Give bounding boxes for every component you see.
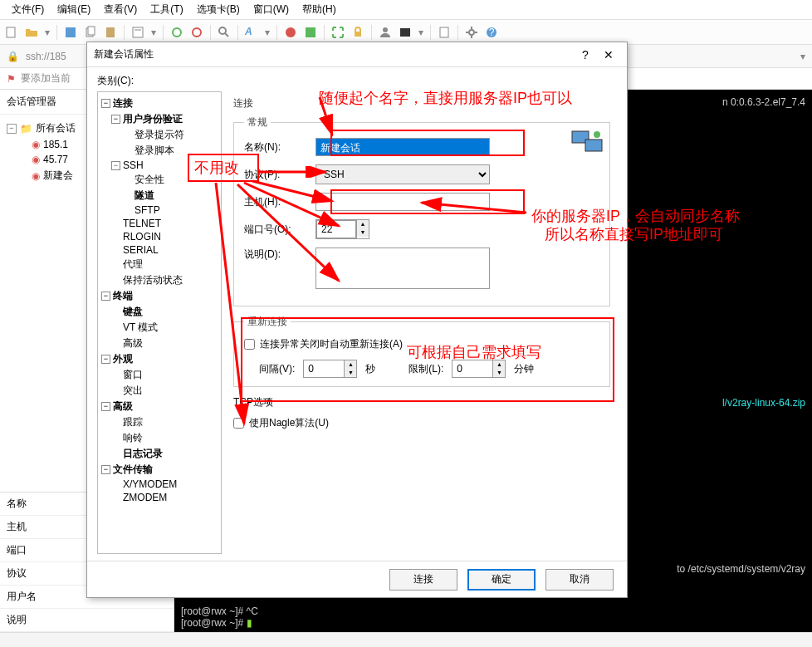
- nagle-checkbox[interactable]: [233, 418, 244, 429]
- lock-icon[interactable]: [351, 26, 364, 39]
- tree-appearance[interactable]: 外观: [113, 353, 133, 365]
- session-item[interactable]: 185.1: [43, 139, 68, 150]
- svg-rect-5: [133, 27, 143, 37]
- min-unit: 分钟: [514, 362, 534, 376]
- spin-down-icon[interactable]: ▼: [357, 228, 369, 237]
- ok-button[interactable]: 确定: [467, 569, 536, 591]
- session-item[interactable]: 新建会: [43, 169, 73, 183]
- reconnect-icon[interactable]: [170, 26, 183, 39]
- spin-up-icon[interactable]: ▲: [345, 360, 356, 369]
- search-icon[interactable]: [218, 26, 231, 39]
- script-icon[interactable]: [438, 26, 451, 39]
- protocol-select[interactable]: SSH: [316, 164, 490, 184]
- tree-sftp[interactable]: SFTP: [135, 204, 160, 216]
- gear-icon[interactable]: [465, 26, 478, 39]
- computer-icon: [570, 128, 605, 158]
- svg-rect-4: [106, 27, 115, 37]
- desc-textarea[interactable]: [316, 248, 490, 289]
- session-item[interactable]: 45.77: [43, 154, 68, 165]
- tree-terminal[interactable]: 终端: [113, 290, 133, 301]
- tree-security[interactable]: 安全性: [135, 174, 164, 185]
- limit-label: 限制(L):: [408, 362, 443, 376]
- port-label: 端口号(O):: [244, 223, 309, 237]
- svg-point-11: [286, 27, 296, 37]
- tree-ssh[interactable]: SSH: [123, 159, 144, 171]
- port-spinner[interactable]: ▲▼: [316, 219, 369, 239]
- tree-loginscript[interactable]: 登录脚本: [135, 145, 174, 156]
- connect-button[interactable]: 连接: [389, 569, 457, 591]
- expand-icon[interactable]: −: [7, 124, 17, 134]
- svg-point-9: [219, 27, 226, 34]
- tree-serial[interactable]: SERIAL: [123, 244, 159, 256]
- add-bookmark-hint: 要添加当前: [21, 71, 71, 86]
- save-icon[interactable]: [64, 26, 77, 39]
- tree-logging[interactable]: 日志记录: [123, 448, 163, 459]
- props-icon[interactable]: [131, 26, 144, 39]
- limit-spinner[interactable]: ▲▼: [452, 360, 506, 378]
- font-icon[interactable]: A: [245, 26, 258, 39]
- host-label: 主机(H):: [244, 195, 309, 209]
- tree-keyboard[interactable]: 键盘: [123, 306, 143, 317]
- tree-userauth[interactable]: 用户身份验证: [123, 113, 183, 125]
- menu-view[interactable]: 查看(V): [97, 0, 144, 19]
- tree-connection[interactable]: 连接: [113, 97, 133, 109]
- spin-up-icon[interactable]: ▲: [357, 220, 369, 228]
- svg-point-17: [469, 30, 474, 35]
- paste-icon[interactable]: [104, 26, 117, 39]
- tree-tunnel[interactable]: 隧道: [135, 189, 154, 201]
- dialog-help-button[interactable]: ?: [574, 48, 597, 61]
- tree-advanced-terminal[interactable]: 高级: [123, 337, 143, 349]
- spin-down-icon[interactable]: ▼: [345, 369, 356, 377]
- cmd-icon[interactable]: [399, 26, 412, 39]
- swirl-icon[interactable]: [284, 26, 297, 39]
- user-icon[interactable]: [379, 26, 392, 39]
- dialog-close-button[interactable]: ✕: [597, 48, 620, 61]
- green-icon[interactable]: [304, 26, 317, 39]
- menu-file[interactable]: 文件(F): [5, 0, 51, 19]
- reconnect-checkbox-label: 连接异常关闭时自动重新连接(A): [260, 337, 403, 351]
- menu-tools[interactable]: 工具(T): [144, 0, 189, 19]
- help-icon[interactable]: ?: [485, 26, 498, 39]
- tree-proxy[interactable]: 代理: [123, 258, 143, 270]
- tree-xymodem[interactable]: X/YMODEM: [123, 478, 177, 490]
- dropdown-icon[interactable]: ▾: [800, 51, 805, 62]
- cancel-button[interactable]: 取消: [545, 569, 614, 591]
- tree-window[interactable]: 窗口: [123, 369, 143, 380]
- tree-telnet[interactable]: TELNET: [123, 218, 161, 229]
- menu-help[interactable]: 帮助(H): [296, 0, 343, 19]
- new-icon[interactable]: [5, 26, 18, 39]
- category-tree[interactable]: −连接 −用户身份验证 登录提示符 登录脚本 −SSH 安全性 隧道 SFTP …: [97, 91, 222, 554]
- fullscreen-icon[interactable]: [331, 26, 345, 39]
- tree-root[interactable]: 所有会话: [36, 121, 76, 135]
- port-input[interactable]: [316, 220, 356, 238]
- tree-trace[interactable]: 跟踪: [123, 416, 143, 428]
- disconnect-icon[interactable]: [190, 26, 203, 39]
- host-input[interactable]: [316, 193, 490, 211]
- svg-rect-13: [355, 32, 361, 37]
- tree-vtmode[interactable]: VT 模式: [123, 321, 158, 333]
- tree-zmodem[interactable]: ZMODEM: [123, 492, 167, 503]
- svg-point-22: [594, 131, 600, 138]
- tree-filetransfer[interactable]: 文件传输: [113, 463, 153, 475]
- open-icon[interactable]: [25, 26, 38, 39]
- tree-loginprompt[interactable]: 登录提示符: [135, 129, 184, 140]
- folder-icon: 📁: [20, 123, 32, 135]
- tree-bell[interactable]: 响铃: [123, 432, 143, 444]
- menu-edit[interactable]: 编辑(E): [51, 0, 97, 19]
- spin-down-icon[interactable]: ▼: [493, 369, 505, 377]
- tree-keepalive[interactable]: 保持活动状态: [123, 274, 183, 286]
- tree-advanced[interactable]: 高级: [113, 400, 133, 412]
- interval-spinner[interactable]: ▲▼: [303, 360, 357, 378]
- tree-rlogin[interactable]: RLOGIN: [123, 231, 161, 243]
- menu-window[interactable]: 窗口(W): [247, 0, 296, 19]
- copy-icon[interactable]: [84, 26, 97, 39]
- tree-highlight[interactable]: 突出: [123, 385, 143, 396]
- general-fieldset: 常规 名称(N): 新建会话 协议(P): SSH 主机(H):: [233, 115, 610, 306]
- limit-input[interactable]: [452, 360, 492, 377]
- svg-rect-16: [440, 27, 448, 37]
- spin-up-icon[interactable]: ▲: [493, 360, 505, 369]
- reconnect-checkbox[interactable]: [244, 339, 255, 350]
- interval-input[interactable]: [304, 360, 344, 377]
- menu-tabs[interactable]: 选项卡(B): [190, 0, 247, 19]
- protocol-label: 协议(P):: [244, 168, 309, 182]
